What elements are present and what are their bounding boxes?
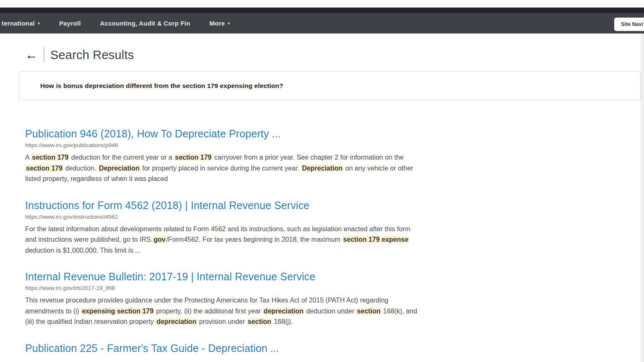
result-title-link[interactable]: Instructions for Form 4562 (2018) | Inte… xyxy=(25,199,476,212)
result-snippet-line: and instructions were published, go to I… xyxy=(25,234,476,245)
highlighted-term: section 179 xyxy=(25,165,63,172)
highlighted-term: depreciation xyxy=(156,318,197,325)
highlighted-term: section 179 expense xyxy=(342,236,409,243)
snippet-text: and instructions were published, go to I… xyxy=(25,236,153,243)
result-url: https://www.irs.gov/instructions/i4562 xyxy=(25,214,476,220)
result-title-link[interactable]: Publication 946 (2018), How To Depreciat… xyxy=(25,128,476,140)
snippet-text: on any vehicle or other xyxy=(343,165,413,172)
highlighted-term: expensing section 179 xyxy=(81,308,154,315)
nav-items-container: ternational▾PayrollAccounting, Audit & C… xyxy=(2,13,230,34)
result-snippet-line: A section 179 deduction for the current … xyxy=(25,152,476,163)
top-white-strip xyxy=(0,0,644,8)
search-result: Publication 946 (2018), How To Depreciat… xyxy=(25,128,476,184)
snippet-text: deduction. xyxy=(63,165,98,172)
highlighted-term: section 179 xyxy=(31,154,69,161)
snippet-text: deduction is $1,000,000. This limit is .… xyxy=(25,247,140,254)
snippet-text: provision under xyxy=(197,318,247,325)
nav-item-label: Payroll xyxy=(59,20,80,27)
highlighted-term: section 179 xyxy=(174,154,212,161)
result-snippet-line: (iii) the qualified Indian reservation p… xyxy=(25,316,476,327)
snippet-text: /Form4562. For tax years beginning in 20… xyxy=(166,236,343,243)
snippet-text: deduction under xyxy=(304,308,356,315)
search-results-list: Publication 946 (2018), How To Depreciat… xyxy=(25,128,476,362)
result-url: https://www.irs.gov/publications/p946 xyxy=(25,142,476,148)
chevron-down-icon: ▾ xyxy=(38,21,40,26)
result-snippet-line: deduction is $1,000,000. This limit is .… xyxy=(25,245,476,256)
page-header: ← Search Results xyxy=(25,47,644,62)
snippet-text: 168(j). xyxy=(272,318,293,325)
snippet-text: listed property, regardless of when it w… xyxy=(25,175,168,182)
nav-item-more[interactable]: More▾ xyxy=(210,20,230,27)
highlighted-term: section xyxy=(356,308,381,315)
nav-item-label: Accounting, Audit & Corp Fin xyxy=(100,20,190,27)
result-snippet-line: amendments to (i) expensing section 179 … xyxy=(25,306,476,317)
nav-item-label: ternational xyxy=(2,20,35,27)
page-title: Search Results xyxy=(50,48,134,62)
snippet-text: 168(k), and xyxy=(381,308,417,315)
search-result: Internal Revenue Bulletin: 2017-19 | Int… xyxy=(25,271,476,327)
highlighted-term: Depreciation xyxy=(98,165,140,172)
search-query-text: How is bonus depreciation different from… xyxy=(40,82,283,90)
result-title-link[interactable]: Publication 225 - Farmer's Tax Guide - D… xyxy=(25,342,476,354)
highlighted-term: gov xyxy=(153,236,166,243)
snippet-text: (iii) the qualified Indian reservation p… xyxy=(25,318,156,325)
result-snippet-line: This revenue procedure provides guidance… xyxy=(25,295,476,306)
result-snippet-line: section 179 deduction. Depreciation for … xyxy=(25,163,476,174)
nav-item-label: More xyxy=(210,20,225,27)
result-url: https://www.irs.gov/irb/2017-19_IRB xyxy=(25,285,476,291)
snippet-text: property, (ii) the additional first year xyxy=(154,308,262,315)
highlighted-term: Depreciation xyxy=(301,165,343,172)
snippet-text: For the latest information about develop… xyxy=(25,225,410,233)
site-navigation-button[interactable]: Site Navi xyxy=(614,18,644,31)
search-query-box[interactable]: How is bonus depreciation different from… xyxy=(19,71,641,100)
result-snippet-line: For the latest information about develop… xyxy=(25,224,476,235)
highlighted-term: section xyxy=(247,318,272,325)
nav-item-ternational[interactable]: ternational▾ xyxy=(2,20,40,27)
snippet-text: A xyxy=(25,154,31,161)
header-divider xyxy=(44,47,44,62)
result-snippet-line: listed property, regardless of when it w… xyxy=(25,173,476,184)
back-arrow-icon[interactable]: ← xyxy=(25,49,38,61)
scrollbar-track[interactable] xyxy=(641,34,644,362)
snippet-text: carryover from a prior year. See chapter… xyxy=(212,154,403,161)
chevron-down-icon: ▾ xyxy=(228,21,230,26)
snippet-text: amendments to (i) xyxy=(25,308,81,315)
highlighted-term: depreciation xyxy=(263,308,304,315)
top-navbar: ternational▾PayrollAccounting, Audit & C… xyxy=(0,8,644,34)
search-result: Publication 225 - Farmer's Tax Guide - D… xyxy=(25,342,476,354)
nav-item-payroll[interactable]: Payroll xyxy=(59,20,80,27)
snippet-text: deduction for the current year or a xyxy=(69,154,174,161)
result-title-link[interactable]: Internal Revenue Bulletin: 2017-19 | Int… xyxy=(25,271,476,283)
snippet-text: This revenue procedure provides guidance… xyxy=(25,297,388,304)
search-result: Instructions for Form 4562 (2018) | Inte… xyxy=(25,199,476,256)
nav-item-accounting-audit-corp-fin[interactable]: Accounting, Audit & Corp Fin xyxy=(100,20,190,27)
snippet-text: for property placed in service during th… xyxy=(140,165,301,172)
